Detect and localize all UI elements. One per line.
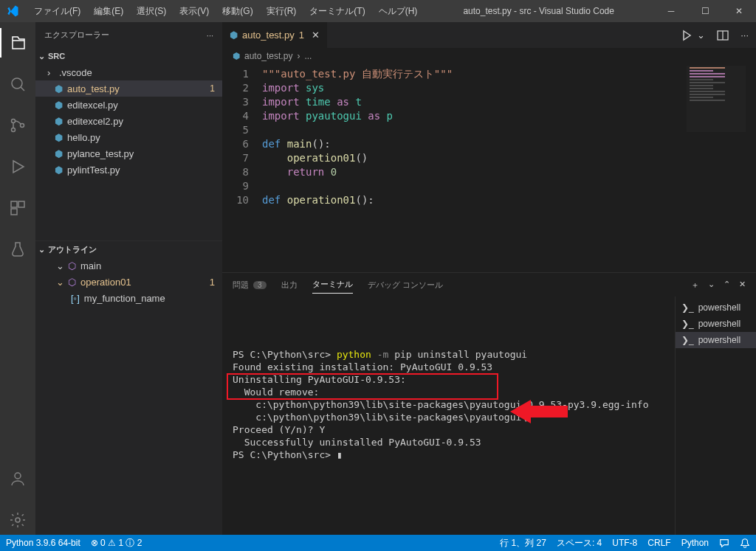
file-item[interactable]: ⬢pylintTest.py	[35, 162, 222, 178]
maximize-button[interactable]: ☐	[688, 0, 722, 22]
close-button[interactable]: ✕	[722, 0, 756, 22]
status-python-version[interactable]: Python 3.9.6 64-bit	[6, 538, 80, 548]
split-editor-icon[interactable]	[717, 30, 729, 41]
svg-rect-6	[11, 209, 17, 215]
terminal-content[interactable]: PS C:\Python\src> python -m pip uninstal…	[222, 297, 675, 535]
svg-point-0	[12, 78, 22, 89]
problems-tab[interactable]: 問題 3	[233, 277, 267, 294]
tab-filename: auto_test.py	[242, 30, 295, 41]
status-feedback-icon[interactable]	[719, 538, 729, 548]
session-name: powershell	[698, 335, 740, 345]
run-file-icon[interactable]	[681, 30, 693, 41]
maximize-panel-icon[interactable]: ⌃	[724, 280, 730, 291]
python-file-icon: ⬢	[233, 51, 240, 61]
breadcrumbs[interactable]: ⬢ auto_test.py › ...	[222, 48, 756, 64]
svg-point-2	[12, 128, 16, 132]
extensions-icon[interactable]	[0, 193, 35, 223]
editor-more-icon[interactable]: ···	[740, 30, 749, 41]
minimize-button[interactable]: ─	[654, 0, 688, 22]
session-name: powershell	[698, 319, 740, 329]
outline-item[interactable]: ⌄⬡main	[35, 257, 222, 274]
status-indentation[interactable]: スペース: 4	[557, 537, 602, 550]
status-bar: Python 3.9.6 64-bit ⊗ 0 ⚠ 1 ⓘ 2 行 1、列 27…	[0, 535, 756, 551]
menu-help[interactable]: ヘルプ(H)	[373, 2, 424, 21]
code-content[interactable]: """auto_test.py 自動実行テスト""" import sys im…	[262, 64, 756, 272]
outline-item[interactable]: ⌄⬡operation011	[35, 274, 222, 290]
svg-point-8	[16, 518, 20, 522]
terminal-sessions: ❯_powershell❯_powershell❯_powershell	[675, 297, 756, 535]
debug-console-tab[interactable]: デバッグ コンソール	[368, 277, 443, 294]
sidebar-title: エクスプローラー	[44, 30, 109, 41]
terminal-line: c:\python\python39\lib\site-packages\pya…	[233, 411, 664, 423]
minimap[interactable]	[687, 66, 746, 132]
outline-title: アウトライン	[48, 244, 97, 255]
new-terminal-icon[interactable]: ＋	[691, 280, 699, 291]
svg-marker-10	[510, 400, 568, 423]
explorer-icon[interactable]	[0, 28, 35, 58]
terminal-session[interactable]: ❯_powershell	[676, 316, 756, 332]
settings-icon[interactable]	[0, 505, 35, 535]
menu-run[interactable]: 実行(R)	[261, 2, 303, 21]
status-encoding[interactable]: UTF-8	[612, 538, 637, 548]
python-file-icon: ⬢	[55, 116, 63, 127]
window-title: auto_test.py - src - Visual Studio Code	[423, 6, 654, 16]
output-tab[interactable]: 出力	[281, 277, 298, 294]
status-eol[interactable]: CRLF	[647, 538, 670, 548]
line-numbers: 12345678910	[222, 64, 262, 272]
annotation-arrow	[510, 370, 580, 453]
session-name: powershell	[698, 302, 740, 313]
panel: 問題 3 出力 ターミナル デバッグ コンソール ＋ ⌄ ⌃ ✕	[222, 272, 756, 535]
breadcrumb-more[interactable]: ...	[304, 51, 312, 61]
file-name: auto_test.py	[67, 83, 120, 94]
close-icon[interactable]: ✕	[312, 30, 320, 41]
menu-terminal[interactable]: ターミナル(T)	[303, 2, 371, 21]
file-name: pylance_test.py	[67, 148, 134, 159]
code-editor[interactable]: 12345678910 """auto_test.py 自動実行テスト""" i…	[222, 64, 756, 272]
run-dropdown-icon[interactable]: ⌄	[697, 30, 705, 41]
close-panel-icon[interactable]: ✕	[739, 280, 746, 291]
menu-go[interactable]: 移動(G)	[216, 2, 258, 21]
method-icon: ⬡	[68, 260, 76, 271]
menu-selection[interactable]: 選択(S)	[131, 2, 172, 21]
status-cursor-position[interactable]: 行 1、列 27	[500, 537, 546, 550]
svg-point-1	[12, 119, 16, 123]
testing-icon[interactable]	[0, 235, 35, 264]
search-icon[interactable]	[0, 69, 35, 99]
menu-view[interactable]: 表示(V)	[173, 2, 215, 21]
file-item[interactable]: ⬢editexcel2.py	[35, 113, 222, 129]
terminal-line: Successfully uninstalled PyAutoGUI-0.9.5…	[233, 436, 664, 448]
outline-label: operation01	[80, 277, 131, 288]
tab-modified-badge: 1	[299, 30, 304, 41]
chevron-icon: ⌄	[56, 277, 63, 288]
annotation-highlight-box	[227, 373, 498, 400]
terminal-tab[interactable]: ターミナル	[312, 276, 353, 294]
python-file-icon: ⬢	[230, 30, 238, 41]
breadcrumb-file[interactable]: auto_test.py	[244, 51, 292, 61]
file-item[interactable]: ⬢auto_test.py1	[35, 80, 222, 97]
terminal-session[interactable]: ❯_powershell	[676, 299, 756, 316]
outline-item[interactable]: [◦]my_function_name	[35, 290, 222, 306]
file-item[interactable]: ⬢hello.py	[35, 129, 222, 145]
folder-item[interactable]: ›.vscode	[35, 64, 222, 80]
chevron-icon: ⌄	[56, 260, 63, 271]
tab-auto-test[interactable]: ⬢ auto_test.py 1 ✕	[222, 22, 328, 48]
menu-file[interactable]: ファイル(F)	[28, 2, 86, 21]
menu-edit[interactable]: 編集(E)	[88, 2, 129, 21]
terminal-dropdown-icon[interactable]: ⌄	[708, 280, 715, 291]
file-item[interactable]: ⬢pylance_test.py	[35, 145, 222, 162]
sidebar-more-icon[interactable]: ···	[207, 31, 213, 40]
status-language[interactable]: Python	[681, 538, 709, 548]
status-notifications-icon[interactable]	[740, 538, 750, 548]
file-item[interactable]: ⬢editexcel.py	[35, 97, 222, 113]
explorer-section-header[interactable]: ⌄ SRC	[35, 48, 222, 64]
file-name: editexcel2.py	[67, 116, 123, 127]
run-debug-icon[interactable]	[0, 152, 35, 181]
status-diagnostics[interactable]: ⊗ 0 ⚠ 1 ⓘ 2	[91, 537, 142, 550]
source-control-icon[interactable]	[0, 111, 35, 140]
terminal-session[interactable]: ❯_powershell	[676, 332, 756, 348]
terminal-icon: ❯_	[681, 335, 694, 345]
accounts-icon[interactable]	[0, 464, 35, 493]
file-name: .vscode	[59, 67, 92, 78]
outline-section-header[interactable]: ⌄ アウトライン	[35, 241, 222, 257]
variable-icon: [◦]	[71, 293, 80, 304]
